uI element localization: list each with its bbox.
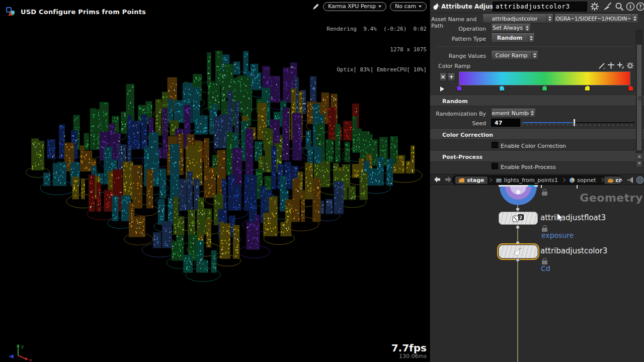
attribute-adjust-color-icon: [432, 2, 441, 11]
back-arrow-icon[interactable]: [433, 176, 441, 183]
scroll-down-button[interactable]: [636, 160, 642, 167]
seed-label: Seed: [430, 120, 486, 127]
ramp-stop[interactable]: [542, 85, 547, 91]
breadcrumb-label: sopnet: [577, 177, 596, 184]
render-stats: Rendering 9.4% (-0:26) 0:02 1278 x 1075 …: [327, 12, 427, 87]
chevron-down-icon: [419, 6, 422, 8]
node-name-input[interactable]: [493, 2, 587, 12]
random-dice-icon: 2: [512, 214, 524, 223]
pattern-type-dropdown[interactable]: Random: [491, 33, 535, 43]
breadcrumb-item-create[interactable]: create: [604, 176, 623, 184]
section-post-process[interactable]: Post-Process: [430, 151, 644, 162]
node-connector-dot[interactable]: [516, 225, 520, 229]
spinner-icon[interactable]: [528, 34, 534, 42]
network-editor[interactable]: Geometry 2: [430, 185, 644, 362]
randomization-by-label: Randomization By: [430, 111, 486, 117]
camera-menu[interactable]: No cam: [390, 2, 427, 11]
section-color-correction-label: Color Correction: [442, 132, 493, 138]
seed-slider[interactable]: [522, 119, 635, 127]
slider-fill: [522, 122, 574, 123]
pin-icon[interactable]: [627, 177, 634, 183]
randomization-by-dropdown[interactable]: Element Number: [491, 109, 536, 118]
parameter-pane: Asset Name and Path attribadjustcolor C:…: [430, 13, 644, 174]
lock-icon[interactable]: [542, 260, 547, 264]
breadcrumb-label: stage: [467, 177, 485, 184]
node-tag[interactable]: Cd: [541, 264, 550, 273]
node-tag[interactable]: exposure: [541, 231, 574, 239]
scroll-up-button[interactable]: [636, 153, 642, 160]
node-title[interactable]: attribadjustfloat3: [540, 213, 606, 222]
ramp-options-gear-icon[interactable]: [626, 62, 634, 69]
divider: [437, 46, 633, 47]
node-title[interactable]: attribadjustcolor3: [540, 246, 607, 255]
node-connector-dot[interactable]: [516, 241, 520, 245]
svg-text:2: 2: [519, 216, 522, 220]
node-attribadjustfloat3[interactable]: 2: [499, 212, 538, 225]
ramp-stop[interactable]: [585, 85, 590, 91]
node-connector-dot[interactable]: [516, 258, 520, 262]
houdini-window: USD Configure Prims from Points Karma XP…: [0, 0, 644, 362]
breadcrumb-item-stage[interactable]: stage: [455, 176, 488, 184]
ramp-stop[interactable]: [628, 85, 633, 91]
breadcrumb: stage lights_from_points1: [452, 175, 623, 185]
fps-value: 7.7fps: [391, 342, 427, 353]
spinner-icon[interactable]: [524, 24, 530, 32]
breadcrumb-item-sopnet[interactable]: sopnet: [566, 176, 599, 184]
slider-ticks: [522, 124, 635, 126]
mouse-cursor: [557, 213, 564, 222]
ramp-add-point-button[interactable]: +: [447, 72, 455, 81]
asset-name-dropdown[interactable]: attribadjustcolor: [482, 14, 553, 23]
scene-viewport[interactable]: USD Configure Prims from Points Karma XP…: [0, 0, 430, 362]
ramp-insert-point-icon[interactable]: [617, 62, 624, 69]
seed-input[interactable]: 47: [491, 119, 520, 127]
spinner-icon[interactable]: [631, 15, 638, 23]
spinner-icon[interactable]: [531, 51, 538, 59]
operation-value: Set Always: [492, 24, 524, 32]
help-icon[interactable]: ?: [636, 2, 644, 11]
renderer-menu[interactable]: Karma XPU Persp: [323, 2, 386, 11]
sopnet-icon: [569, 177, 575, 183]
pattern-type-value: Random: [492, 34, 528, 42]
info-icon[interactable]: i: [626, 2, 635, 11]
slider-handle[interactable]: [573, 119, 576, 127]
operation-dropdown[interactable]: Set Always: [491, 24, 531, 32]
search-icon[interactable]: [615, 2, 624, 11]
axis-z-arrow: [9, 354, 14, 358]
spinner-icon[interactable]: [529, 109, 535, 117]
spinner-icon[interactable]: [546, 15, 553, 23]
target-view-icon[interactable]: [636, 176, 644, 184]
chevron-right-icon: [488, 178, 492, 182]
render-progress: Rendering 9.4% (-0:26) 0:02: [327, 26, 427, 33]
frame-time-value: 130.06ms: [391, 353, 427, 359]
parameter-scrollbar[interactable]: [636, 30, 642, 167]
forward-arrow-icon[interactable]: [444, 176, 452, 183]
node-connector-dot[interactable]: [516, 207, 520, 211]
node-attribadjustcolor3[interactable]: [499, 245, 538, 258]
gear-icon[interactable]: [590, 2, 599, 11]
dome-light-node[interactable]: [499, 187, 538, 208]
lock-icon[interactable]: [542, 192, 547, 196]
wire-stub: [577, 185, 578, 189]
scrollbar-thumb[interactable]: [636, 44, 642, 151]
ramp-delete-point-button[interactable]: ×: [439, 72, 447, 81]
section-random[interactable]: Random: [430, 96, 644, 106]
right-panel: Attribute Adjust Color i ?: [430, 0, 644, 362]
enable-color-correction-checkbox[interactable]: [492, 142, 498, 148]
ramp-stop[interactable]: [456, 85, 462, 91]
brush-icon[interactable]: [603, 2, 612, 11]
ramp-stop[interactable]: [499, 85, 505, 91]
section-color-correction[interactable]: Color Correction: [430, 129, 644, 140]
breadcrumb-item-lights-from-points1[interactable]: lights_from_points1: [493, 176, 561, 184]
range-values-dropdown[interactable]: Color Ramp: [491, 51, 538, 60]
ramp-expand-arrow[interactable]: [440, 86, 444, 92]
viewport-title: USD Configure Prims from Points: [21, 8, 146, 16]
ramp-edit-pencil-icon[interactable]: [598, 62, 605, 69]
enable-post-process-checkbox[interactable]: [492, 163, 498, 169]
color-ramp-gradient[interactable]: [459, 71, 630, 85]
parameter-header: Attribute Adjust Color i ?: [430, 0, 644, 13]
asset-path-value: C:/PROGRA~1/SIDEEF~1/HOUDIN~1.4...: [555, 15, 631, 23]
snapshot-pen-icon[interactable]: [312, 3, 319, 11]
asset-path-dropdown[interactable]: C:/PROGRA~1/SIDEEF~1/HOUDIN~1.4...: [554, 14, 638, 23]
enable-color-correction-label: Enable Color Correction: [501, 143, 566, 149]
ramp-add-point-icon[interactable]: [607, 62, 615, 69]
